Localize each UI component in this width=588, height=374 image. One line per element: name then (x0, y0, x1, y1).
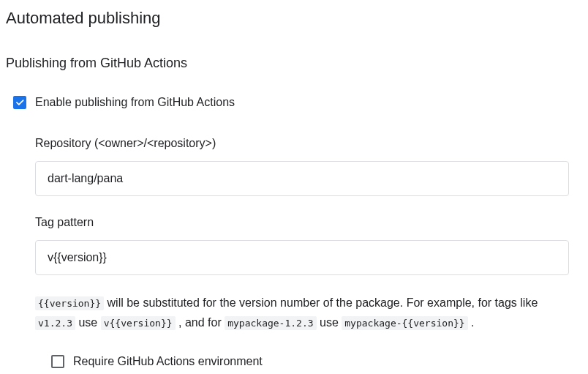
enable-publishing-row: Enable publishing from GitHub Actions (6, 94, 582, 111)
page-title: Automated publishing (6, 6, 582, 30)
tag-pattern-help: {{version}} will be substituted for the … (35, 293, 569, 332)
tag-pattern-input[interactable] (35, 240, 569, 275)
tag-pattern-label: Tag pattern (35, 214, 569, 231)
repository-label: Repository (<owner>/<repository>) (35, 135, 569, 152)
code-example-tag: v1.2.3 (35, 316, 75, 330)
repository-input[interactable] (35, 161, 569, 196)
code-example-pattern2: mypackage-{{version}} (342, 316, 467, 330)
enable-publishing-checkbox[interactable] (13, 96, 26, 109)
enable-publishing-label: Enable publishing from GitHub Actions (35, 94, 235, 111)
require-env-label: Require GitHub Actions environment (73, 353, 263, 370)
section-title: Publishing from GitHub Actions (6, 53, 582, 73)
require-env-row: Require GitHub Actions environment (44, 353, 569, 370)
form-section: Repository (<owner>/<repository>) Tag pa… (35, 135, 582, 370)
code-example-tag2: mypackage-1.2.3 (225, 316, 316, 330)
require-env-checkbox[interactable] (51, 355, 64, 368)
code-example-pattern: v{{version}} (101, 316, 176, 330)
code-version-token: {{version}} (35, 296, 104, 310)
